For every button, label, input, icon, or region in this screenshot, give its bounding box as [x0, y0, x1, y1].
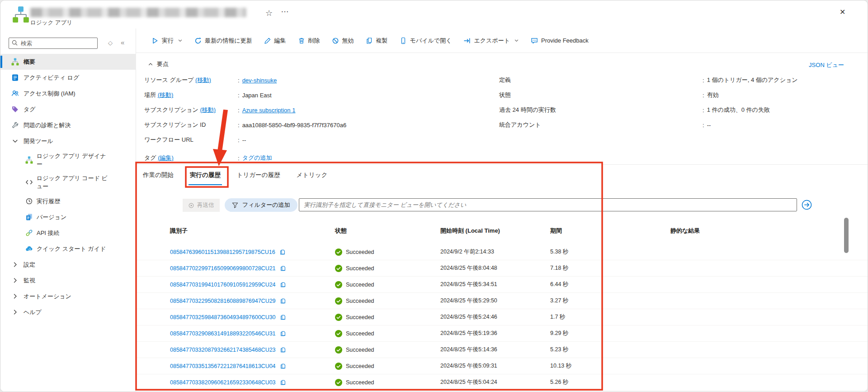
resource-title-redacted [30, 8, 246, 17]
copy-icon[interactable] [280, 282, 286, 288]
table-row: 08584770322950828160889876947CU29 Succee… [136, 293, 868, 309]
chevron-right-icon [11, 261, 19, 268]
run-id-link[interactable]: 08584770338209606216592330648CU03 [170, 379, 276, 386]
sidebar-item[interactable]: バージョン [0, 209, 136, 225]
sidebar-item[interactable]: タグ [0, 101, 136, 117]
essentials-title: 要点 [157, 60, 169, 68]
chevron-right-icon [11, 308, 19, 316]
resubmit-icon [188, 202, 194, 209]
col-header-start-time[interactable]: 開始時刻 (Local Time) [440, 227, 550, 235]
resubmit-button[interactable]: 再送信 [183, 199, 220, 212]
open-monitor-view-button[interactable] [802, 200, 812, 210]
feedback-icon [531, 37, 538, 44]
essentials-value: -- [242, 137, 246, 143]
col-header-static-results[interactable]: 静的な結果 [670, 227, 868, 235]
essentials-label-link[interactable]: (移動) [158, 91, 174, 98]
sidebar-item[interactable]: 設定 [0, 257, 136, 272]
disable-icon [332, 37, 339, 44]
duration: 6.44 秒 [550, 281, 670, 288]
start-time: 2024/8/25 午後5:19:36 [440, 330, 550, 337]
toolbar-button[interactable]: 無効 [328, 34, 358, 48]
diagnose-icon [11, 121, 19, 129]
duration: 7.18 秒 [550, 264, 670, 272]
run-id-link[interactable]: 08584770325984873604934897600CU30 [170, 314, 276, 320]
essentials-left-column: リソース グループ (移動) : dev-shinsuke 場所 (移動) : … [144, 76, 346, 163]
col-header-status[interactable]: 状態 [335, 227, 440, 235]
toolbar-button[interactable]: エクスポート [460, 34, 523, 48]
toolbar-button[interactable]: 実行 [148, 34, 186, 48]
toolbar-button[interactable]: 最新の情報に更新 [191, 34, 256, 48]
copy-icon[interactable] [280, 265, 286, 272]
duration: 5.23 秒 [550, 346, 670, 354]
toolbar-button[interactable]: 削除 [294, 34, 324, 48]
sidebar-item[interactable]: アクセス制御 (IAM) [0, 86, 136, 101]
essentials-row: 場所 (移動) : Japan East [144, 91, 346, 100]
sidebar-item[interactable]: 実行履歴 [0, 193, 136, 209]
sidebar-item[interactable]: API 接続 [0, 225, 136, 241]
run-id-link[interactable]: 08584770229971650990699800728CU21 [170, 265, 276, 272]
toolbar-button[interactable]: Provide Feedback [527, 34, 592, 47]
tab[interactable]: 実行の履歴 [189, 171, 222, 185]
copy-icon[interactable] [279, 249, 286, 255]
chevron-down-icon[interactable] [178, 38, 183, 43]
toolbar-button[interactable]: モバイルで開く [396, 34, 456, 48]
run-id-link[interactable]: 08584763960115139881295719875CU16 [170, 249, 275, 255]
collapse-essentials-icon[interactable] [148, 62, 153, 67]
essentials-label-link[interactable]: (移動) [195, 76, 211, 83]
sidebar-item[interactable]: ロジック アプリ デザイナー [0, 149, 136, 171]
essentials-label-link[interactable]: (移動) [200, 106, 216, 113]
sidebar-item[interactable]: アクティビティ ログ [0, 70, 136, 86]
sidebar-item[interactable]: クイック スタート ガイド [0, 241, 136, 257]
chevron-down-icon[interactable] [514, 38, 519, 43]
add-filter-button[interactable]: フィルターの追加 [225, 198, 297, 212]
sidebar-item[interactable]: 概要 [0, 54, 136, 70]
toolbar-button-label: 実行 [162, 37, 174, 45]
run-id-link[interactable]: 08584770329086314918893220546CU31 [170, 330, 276, 337]
toolbar-button[interactable]: 複製 [362, 34, 392, 48]
more-options-icon[interactable]: … [281, 5, 289, 14]
essentials-label-link[interactable]: (編集) [158, 154, 174, 161]
col-header-duration[interactable]: 期間 [550, 227, 670, 235]
close-icon[interactable]: ✕ [840, 8, 845, 16]
sidebar-item[interactable]: ヘルプ [0, 304, 136, 320]
col-header-identifier[interactable]: 識別子 [170, 227, 335, 235]
sidebar-item[interactable]: 問題の診断と解決 [0, 117, 136, 133]
copy-icon[interactable] [280, 314, 286, 320]
run-id-link[interactable]: 08584770319941017609105912959CU24 [170, 282, 276, 288]
vertical-scrollbar-thumb[interactable] [844, 218, 849, 253]
tab[interactable]: トリガーの履歴 [236, 171, 282, 185]
copy-icon[interactable] [280, 363, 286, 369]
sidebar-item[interactable]: ロジック アプリ コード ビュー [0, 171, 136, 193]
sidebar-item[interactable]: 監視 [0, 272, 136, 288]
pin-icon[interactable]: ◇ [108, 39, 113, 46]
toolbar-button-label: 編集 [274, 37, 286, 45]
sidebar-item-label: バージョン [37, 213, 66, 221]
copy-icon[interactable] [280, 330, 286, 337]
status-text: Succeeded [346, 363, 374, 369]
play-icon [151, 37, 159, 44]
essentials-value: 有効 [707, 91, 719, 99]
sidebar-item[interactable]: 開発ツール [0, 133, 136, 149]
toolbar-button-label: Provide Feedback [541, 37, 589, 44]
collapse-sidebar-icon[interactable]: « [121, 38, 124, 46]
run-id-link[interactable]: 08584770332087932662174385468CU23 [170, 347, 276, 353]
duration: 10.13 秒 [550, 362, 670, 370]
logic-app-icon [11, 58, 19, 66]
run-id-link[interactable]: 08584770322950828160889876947CU29 [170, 298, 276, 304]
copy-icon[interactable] [280, 347, 286, 353]
toolbar-button[interactable]: 編集 [260, 34, 290, 48]
delete-icon [298, 37, 305, 44]
run-id-link[interactable]: 08584770335135672212876418613CU04 [170, 363, 276, 369]
sidebar-search-input[interactable] [9, 38, 98, 49]
json-view-link[interactable]: JSON ビュー [809, 61, 844, 69]
filter-icon [232, 202, 238, 208]
table-row: 08584770229971650990699800728CU21 Succee… [136, 260, 868, 277]
tab[interactable]: メトリック [295, 171, 329, 185]
favorite-star-icon[interactable]: ☆ [265, 8, 273, 18]
run-id-search-input[interactable] [299, 198, 797, 211]
tab[interactable]: 作業の開始 [142, 171, 175, 185]
essentials-section: 要点 JSON ビュー リソース グループ (移動) : dev-shinsuk… [136, 53, 868, 164]
copy-icon[interactable] [280, 298, 286, 304]
copy-icon[interactable] [280, 379, 286, 386]
sidebar-item[interactable]: オートメーション [0, 288, 136, 304]
